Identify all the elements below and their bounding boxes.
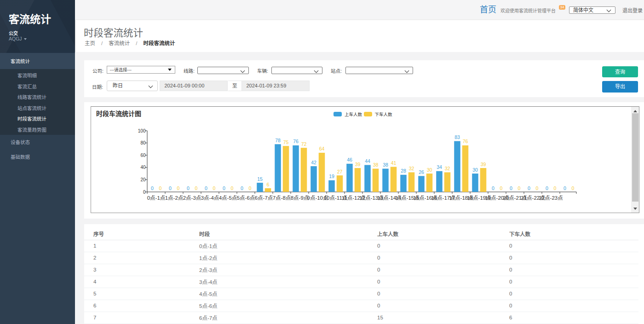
svg-text:78: 78 [275, 137, 281, 143]
svg-text:32: 32 [409, 165, 414, 171]
svg-text:6点-7点: 6点-7点 [255, 195, 273, 200]
svg-text:28: 28 [401, 168, 406, 174]
svg-text:5点-6点: 5点-6点 [237, 195, 255, 200]
svg-text:76: 76 [463, 139, 468, 144]
svg-text:46: 46 [347, 157, 352, 162]
svg-text:41: 41 [391, 160, 397, 166]
svg-text:0: 0 [536, 185, 539, 191]
svg-text:时段车流统计图: 时段车流统计图 [96, 110, 141, 117]
svg-text:39: 39 [355, 161, 361, 167]
svg-text:75: 75 [283, 139, 289, 145]
svg-text:0: 0 [151, 185, 154, 191]
svg-text:30: 30 [427, 167, 432, 172]
svg-text:0: 0 [213, 185, 216, 191]
svg-text:72: 72 [301, 141, 307, 146]
svg-text:4点-5点: 4点-5点 [219, 195, 237, 200]
svg-text:0: 0 [572, 185, 575, 191]
svg-text:22点-23点: 22点-23点 [539, 195, 563, 200]
svg-text:2点-3点: 2点-3点 [183, 195, 201, 200]
svg-text:19: 19 [329, 174, 334, 179]
svg-text:40: 40 [140, 165, 146, 170]
svg-text:0: 0 [195, 185, 198, 191]
svg-text:30: 30 [472, 167, 478, 172]
svg-text:38: 38 [373, 162, 379, 168]
svg-text:34: 34 [437, 164, 442, 170]
svg-text:0: 0 [241, 185, 243, 191]
svg-text:0: 0 [205, 185, 207, 191]
svg-text:0: 0 [510, 185, 512, 191]
svg-text:0: 0 [223, 185, 225, 191]
svg-text:76: 76 [293, 139, 299, 144]
svg-text:0: 0 [492, 185, 494, 191]
svg-text:0: 0 [249, 185, 252, 191]
svg-text:7点-8点: 7点-8点 [273, 195, 291, 200]
svg-text:60: 60 [140, 152, 146, 157]
svg-text:80: 80 [140, 140, 146, 145]
svg-text:8点-9点: 8点-9点 [291, 195, 309, 200]
svg-text:0: 0 [528, 185, 530, 191]
svg-text:3点-4点: 3点-4点 [201, 195, 219, 200]
svg-text:42: 42 [311, 159, 316, 165]
svg-text:0: 0 [231, 185, 234, 191]
svg-text:0: 0 [187, 185, 190, 191]
svg-text:0: 0 [169, 185, 172, 191]
svg-text:39: 39 [481, 161, 486, 167]
svg-text:38: 38 [383, 162, 388, 168]
svg-text:0: 0 [177, 185, 180, 191]
svg-text:0点-1点: 0点-1点 [147, 195, 166, 200]
svg-text:26: 26 [419, 169, 424, 174]
svg-text:0: 0 [554, 185, 557, 191]
svg-text:27: 27 [337, 168, 343, 174]
svg-text:0: 0 [143, 189, 146, 194]
svg-text:0: 0 [546, 185, 548, 191]
svg-text:44: 44 [365, 158, 370, 164]
svg-text:1点-2点: 1点-2点 [165, 195, 184, 200]
svg-text:0: 0 [564, 185, 566, 191]
svg-text:0: 0 [159, 185, 162, 191]
svg-text:100: 100 [138, 128, 146, 133]
svg-text:32: 32 [445, 165, 450, 171]
svg-text:20: 20 [140, 177, 146, 182]
svg-text:上车人数: 上车人数 [345, 111, 362, 116]
svg-text:6: 6 [267, 181, 270, 187]
svg-text:83: 83 [454, 134, 460, 140]
svg-text:0: 0 [518, 185, 521, 191]
svg-text:15: 15 [257, 176, 263, 181]
svg-text:64: 64 [319, 146, 325, 151]
svg-text:下车人数: 下车人数 [375, 111, 393, 116]
svg-text:0: 0 [500, 185, 503, 191]
